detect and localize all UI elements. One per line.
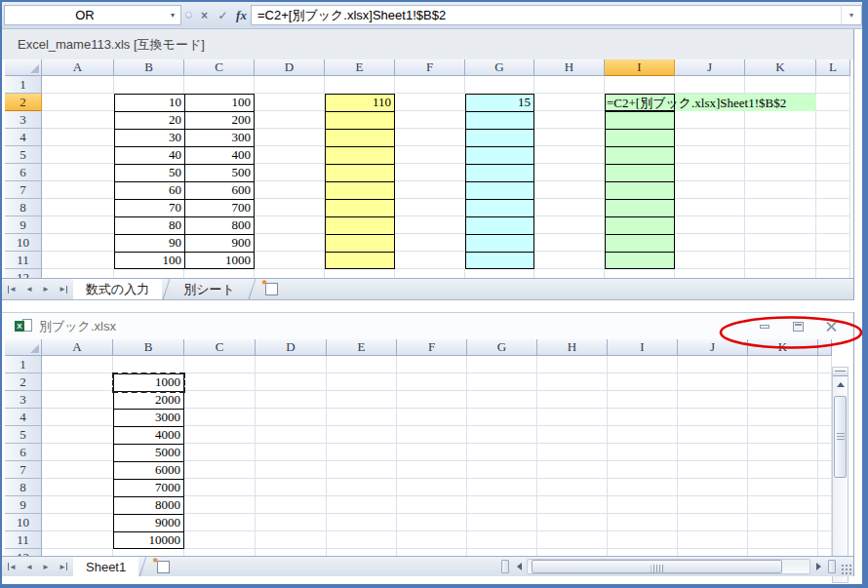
bw-cell-C5[interactable]: [184, 426, 256, 444]
bw-cell-J7[interactable]: [678, 461, 748, 479]
prev-sheet-button[interactable]: ◄: [21, 559, 37, 574]
bw-cell-H12[interactable]: [537, 549, 608, 556]
top-cell-F1[interactable]: [395, 76, 465, 94]
last-sheet-button[interactable]: ►: [55, 282, 70, 297]
bw-cell-C9[interactable]: [184, 496, 256, 514]
bw-cell-B9[interactable]: 8000: [113, 496, 184, 514]
top-cell-G1[interactable]: [465, 76, 534, 94]
bw-cell-J2[interactable]: [678, 373, 748, 391]
bw-cell-H8[interactable]: [537, 479, 608, 496]
top-cell-E3[interactable]: [325, 111, 395, 129]
bw-cell-J8[interactable]: [678, 479, 748, 496]
name-box-dropdown-icon[interactable]: ▾: [165, 11, 180, 20]
bw-cell-x4[interactable]: [818, 409, 832, 426]
top-cell-I11[interactable]: [605, 252, 675, 269]
bw-cell-F11[interactable]: [397, 531, 467, 549]
bw-row-header-11[interactable]: 11: [5, 531, 42, 549]
formula-input[interactable]: =C2+[別ブック.xlsx]Sheet1!$B$2: [251, 5, 841, 25]
bw-cell-F12[interactable]: [397, 549, 467, 556]
top-cell-G12[interactable]: [465, 269, 534, 278]
top-row-header-7[interactable]: 7: [5, 181, 42, 199]
bw-cell-G6[interactable]: [467, 444, 537, 461]
top-cell-I7[interactable]: [605, 181, 675, 199]
bw-row-header-2[interactable]: 2: [5, 373, 42, 391]
bw-col-header-A[interactable]: A: [42, 339, 113, 356]
bw-cell-B8[interactable]: 7000: [113, 479, 184, 496]
top-cell-J11[interactable]: [675, 252, 745, 269]
bw-cell-F3[interactable]: [397, 391, 467, 409]
bw-col-header-J[interactable]: J: [678, 339, 748, 356]
top-cell-I5[interactable]: [605, 146, 675, 164]
bw-cell-I7[interactable]: [608, 461, 678, 479]
top-cell-G5[interactable]: [465, 146, 534, 164]
restore-button[interactable]: [789, 320, 807, 333]
top-cell-B1[interactable]: [114, 76, 184, 94]
bw-cell-J4[interactable]: [678, 409, 748, 426]
top-cell-B9[interactable]: 80: [114, 216, 184, 234]
bw-cell-A1[interactable]: [42, 356, 113, 373]
bw-cell-E7[interactable]: [327, 461, 397, 479]
top-cell-F7[interactable]: [395, 181, 465, 199]
bw-cell-F9[interactable]: [397, 496, 467, 514]
top-cell-L9[interactable]: [816, 216, 850, 234]
top-col-header-G[interactable]: G: [465, 59, 534, 76]
bw-cell-H1[interactable]: [537, 356, 608, 373]
bw-col-header-I[interactable]: I: [608, 339, 678, 356]
top-cell-G6[interactable]: [465, 164, 534, 181]
bw-cell-J1[interactable]: [678, 356, 748, 373]
top-cell-D5[interactable]: [255, 146, 325, 164]
top-cell-J7[interactable]: [675, 181, 745, 199]
window-resize-grip[interactable]: [837, 557, 853, 576]
top-cell-F2[interactable]: [395, 94, 465, 111]
top-cell-C6[interactable]: 500: [184, 164, 255, 181]
bw-cell-D8[interactable]: [256, 479, 327, 496]
top-cell-K3[interactable]: [745, 111, 816, 129]
bw-cell-F4[interactable]: [397, 409, 467, 426]
top-row-header-3[interactable]: 3: [5, 111, 42, 129]
top-cell-I3[interactable]: [605, 111, 675, 129]
cancel-button[interactable]: ×: [195, 5, 214, 25]
top-cell-E7[interactable]: [325, 181, 395, 199]
top-cell-D1[interactable]: [255, 76, 325, 94]
top-cell-H6[interactable]: [534, 164, 605, 181]
top-window-title-bar[interactable]: Excel_mame113.xls [互換モード]: [2, 29, 853, 59]
bw-cell-D2[interactable]: [256, 373, 327, 391]
top-cell-D11[interactable]: [255, 252, 325, 269]
top-cell-D2[interactable]: [255, 94, 325, 111]
top-cell-J8[interactable]: [675, 199, 745, 216]
sheet-tab-sheet1[interactable]: Sheet1: [73, 557, 138, 576]
vertical-split-box[interactable]: [833, 368, 848, 376]
top-cell-C5[interactable]: 400: [184, 146, 255, 164]
top-row-header-4[interactable]: 4: [5, 129, 42, 146]
tab-split-handle[interactable]: [501, 560, 509, 573]
prev-sheet-button[interactable]: ◄: [21, 282, 37, 297]
bw-cell-C10[interactable]: [184, 514, 256, 531]
bw-cell-x6[interactable]: [818, 444, 832, 461]
top-col-header-B[interactable]: B: [114, 59, 184, 76]
bw-cell-K2[interactable]: [748, 373, 818, 391]
bw-select-all[interactable]: [5, 339, 42, 356]
bw-cell-I4[interactable]: [608, 409, 678, 426]
bw-cell-E6[interactable]: [327, 444, 397, 461]
bw-cell-F7[interactable]: [397, 461, 467, 479]
top-row-header-11[interactable]: 11: [5, 252, 42, 269]
top-cell-E4[interactable]: [325, 129, 395, 146]
bw-cell-B11[interactable]: 10000: [113, 531, 184, 549]
bw-cell-E9[interactable]: [327, 496, 397, 514]
top-cell-C11[interactable]: 1000: [184, 252, 255, 269]
top-cell-K11[interactable]: [745, 252, 816, 269]
top-cell-F5[interactable]: [395, 146, 465, 164]
bw-cell-D11[interactable]: [256, 531, 327, 549]
top-cell-E9[interactable]: [325, 216, 395, 234]
top-cell-C9[interactable]: 800: [184, 216, 255, 234]
top-col-header-J[interactable]: J: [675, 59, 745, 76]
bw-cell-J6[interactable]: [678, 444, 748, 461]
top-col-header-E[interactable]: E: [325, 59, 395, 76]
top-cell-K9[interactable]: [745, 216, 816, 234]
bw-cell-A9[interactable]: [42, 496, 113, 514]
bw-row-header-7[interactable]: 7: [5, 461, 42, 479]
bw-cell-x10[interactable]: [818, 514, 832, 531]
last-sheet-button[interactable]: ►: [55, 559, 70, 574]
scroll-up-button[interactable]: [833, 376, 848, 392]
bw-cell-C2[interactable]: [184, 373, 256, 391]
